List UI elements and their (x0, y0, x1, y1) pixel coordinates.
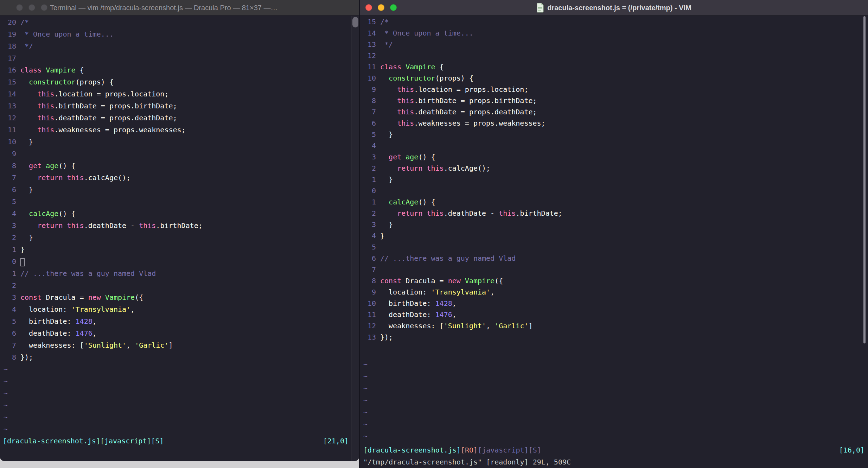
code-token: this (37, 102, 54, 110)
status-segments: [dracula-screenshot.js][javascript][S] (3, 435, 164, 447)
line-number: 3 (4, 291, 16, 303)
buffer-line[interactable]: 20/* (4, 16, 349, 28)
buffer-line[interactable]: 5 (363, 241, 857, 253)
buffer-line[interactable]: 2 return this.deathDate - this.birthDate… (363, 208, 857, 219)
buffer-line[interactable]: 4 (363, 140, 857, 151)
vim-editor[interactable]: 20/*19 * Once upon a time...18 */1716cla… (0, 15, 359, 461)
code-token: class (380, 63, 401, 71)
line-number: 2 (363, 208, 376, 219)
buffer-line[interactable]: 13 this.birthDate = props.birthDate; (4, 100, 349, 112)
code-token: .weaknesses = props.weaknesses; (54, 126, 185, 134)
buffer-line[interactable]: 16class Vampire { (4, 64, 349, 76)
buffer-line[interactable]: 8 get age() { (4, 160, 349, 172)
buffer-line[interactable]: 13}); (363, 331, 857, 343)
buffer-line[interactable]: 1 } (363, 174, 857, 185)
buffer-line[interactable]: 7 this.deathDate = props.deathDate; (363, 106, 857, 118)
buffer-line[interactable]: 4 location: 'Transylvania', (4, 303, 349, 315)
buffer-line[interactable]: 7 return this.calcAge(); (4, 172, 349, 184)
buffer-line[interactable]: 6 deathDate: 1476, (4, 327, 349, 339)
buffer-line[interactable]: 14 * Once upon a time... (363, 27, 857, 39)
buffer-line[interactable]: 10 } (4, 136, 349, 148)
code-token (20, 221, 37, 230)
buffer-line[interactable]: 3 return this.deathDate - this.birthDate… (4, 220, 349, 232)
code-token: , (92, 329, 97, 337)
buffer-line[interactable]: 0 (4, 255, 349, 267)
macvim-titlebar[interactable]: dracula-screenshot.js = (/private/tmp) -… (360, 0, 868, 15)
close-button[interactable] (16, 4, 23, 11)
buffer-line[interactable]: 10 constructor(props) { (363, 72, 857, 84)
buffer-line[interactable]: 19 * Once upon a time... (4, 28, 349, 40)
buffer-line[interactable]: 11class Vampire { (363, 61, 857, 72)
zoom-button[interactable] (41, 4, 47, 11)
minimize-button[interactable] (28, 4, 35, 11)
code-token: birthDate: (380, 299, 435, 308)
buffer-line[interactable]: 5 } (363, 129, 857, 140)
buffer-line[interactable]: 2 (4, 279, 349, 291)
buffer-line[interactable]: 2 return this.calcAge(); (363, 163, 857, 174)
code-token: this (499, 209, 516, 217)
buffer-line[interactable]: 14 this.location = props.location; (4, 88, 349, 100)
buffer-line[interactable]: 9 this.location = props.location; (363, 84, 857, 95)
code-token: // ...there was a guy named Vlad (20, 269, 156, 278)
buffer-line[interactable]: 4} (363, 230, 857, 241)
code-token: this (427, 164, 443, 172)
buffer-line[interactable]: 12 (363, 50, 857, 61)
buffer-line[interactable]: 8 this.birthDate = props.birthDate; (363, 95, 857, 106)
buffer-line[interactable]: 12 this.deathDate = props.deathDate; (4, 112, 349, 124)
line-number: 1 (363, 196, 376, 208)
code-token: location: (380, 288, 431, 296)
buffer-line[interactable]: 5 birthDate: 1428, (4, 315, 349, 327)
buffer-line[interactable]: 6// ...there was a guy named Vlad (363, 253, 857, 264)
buffer-line[interactable]: 0 (363, 185, 857, 196)
line-number: 13 (363, 331, 376, 343)
buffer-line[interactable]: 7 weaknesses: ['Sunlight', 'Garlic'] (4, 339, 349, 351)
buffer-line[interactable]: 9 (4, 148, 349, 160)
buffer-line[interactable]: 10 birthDate: 1428, (363, 298, 857, 309)
buffer-line[interactable]: 3const Dracula = new Vampire({ (4, 291, 349, 303)
code-token (380, 209, 397, 217)
tildes: ~~~~~~~ (363, 358, 368, 442)
buffer-line[interactable]: 6 this.weaknesses = props.weaknesses; (363, 118, 857, 129)
line-number: 10 (363, 72, 376, 84)
code-token: */ (20, 42, 33, 50)
code-token (42, 66, 46, 74)
buffer-line[interactable]: 1 calcAge() { (363, 196, 857, 208)
code-token: } (380, 175, 393, 184)
buffer-line[interactable]: 13 */ (363, 39, 857, 50)
buffer-line[interactable]: 15 constructor(props) { (4, 76, 349, 88)
buffer-line[interactable]: 17 (4, 52, 349, 64)
buffer-line[interactable]: 1// ...there was a guy named Vlad (4, 267, 349, 279)
line-number: 8 (363, 275, 376, 286)
terminal-titlebar[interactable]: Terminal — vim /tmp/dracula-screenshot.j… (0, 0, 359, 15)
code-token: .birthDate; (516, 209, 562, 217)
code-token: 1428 (76, 317, 92, 325)
buffer-line[interactable]: 3 } (363, 219, 857, 230)
buffer-line[interactable]: 7 (363, 264, 857, 275)
code-token: calcAge (29, 209, 58, 218)
scrollbar-thumb[interactable] (863, 16, 866, 343)
code-token: this (67, 221, 84, 230)
buffer-line[interactable]: 1} (4, 244, 349, 255)
buffer-line[interactable]: 5 (4, 196, 349, 208)
buffer-line[interactable]: 8}); (4, 351, 349, 363)
code-token (380, 198, 389, 206)
buffer-line[interactable]: 9 location: 'Transylvania', (363, 286, 857, 298)
line-number: 1 (4, 267, 16, 279)
buffer-line[interactable]: 8const Dracula = new Vampire({ (363, 275, 857, 286)
buffer-line[interactable]: 15/* (363, 16, 857, 27)
buffer-line[interactable]: 11 this.weaknesses = props.weaknesses; (4, 124, 349, 136)
vim-editor[interactable]: 15/*14 * Once upon a time...13 */1211cla… (360, 15, 868, 468)
buffer-line[interactable]: 18 */ (4, 40, 349, 52)
tildes: ~~~~~~ (4, 363, 8, 435)
buffer-line[interactable]: 4 calcAge() { (4, 208, 349, 220)
code-token: ({ (135, 293, 143, 302)
buffer-line[interactable]: 2 } (4, 232, 349, 244)
buffer-line[interactable]: 3 get age() { (363, 151, 857, 163)
code-token: .location = props.location; (54, 90, 168, 98)
code-token: .birthDate = props.birthDate; (54, 102, 177, 110)
buffer-line[interactable]: 6 } (4, 184, 349, 196)
buffer-line[interactable]: 12 weaknesses: ['Sunlight', 'Garlic'] (363, 320, 857, 331)
buffer-line[interactable]: 11 deathDate: 1476, (363, 309, 857, 320)
scrollbar-thumb[interactable] (352, 17, 358, 27)
scrollbar[interactable] (351, 16, 359, 461)
